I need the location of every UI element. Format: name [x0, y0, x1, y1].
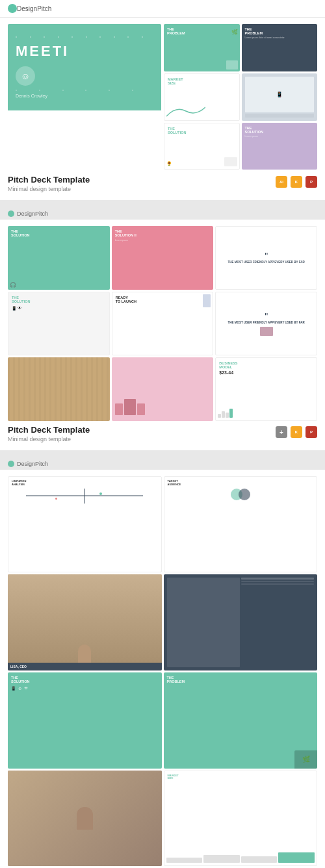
divider-icon — [8, 211, 14, 217]
s2-slide-1[interactable]: THESOLUTION 🎧 — [8, 226, 110, 290]
section2-title: Pitch Deck Template — [8, 425, 90, 435]
slide-thumb-problem-teal[interactable]: THEPROBLEM 🌿 — [164, 24, 240, 71]
s3-slide-5[interactable]: THESOLUTION 📱 ⚙ 👁 — [8, 672, 162, 769]
s3-slide-4[interactable] — [164, 574, 318, 670]
s2-format-k[interactable]: K — [291, 426, 302, 438]
section1-formats: Ai K P — [276, 176, 317, 188]
slide-thumb-solution-white[interactable]: THESOLUTION 🌻 — [164, 123, 240, 170]
divider-brand-3: DesignPitch — [17, 461, 48, 467]
divider-logo-2: DesignPitch — [0, 205, 325, 220]
s2-slide-5[interactable]: READYTO LAUNCH — [112, 292, 214, 355]
section-1: MEETI ☺ Dennis Crowley — [0, 18, 325, 200]
format-ai-badge[interactable]: Ai — [276, 176, 287, 188]
section3-grid: LIMITATIONANALYSIS TARGETAUDIENCE — [8, 476, 317, 868]
divider-icon-3 — [8, 461, 14, 467]
s2-slide-2[interactable]: THESOLUTION II Lorem ipsum — [112, 226, 214, 290]
s2-slide-3[interactable]: " THE MOST USER FRIENDLY APP EVERY USED … — [215, 226, 317, 290]
slide-thumb-solution-purple[interactable]: THESOLUTION Lorem ipsum — [242, 123, 318, 170]
top-bar: DesignPitch — [0, 0, 325, 18]
section1-preview: MEETI ☺ Dennis Crowley — [8, 24, 317, 170]
slide-thumb-problem-dark[interactable]: THEPROBLEM Lorem ipsum dolor sit amet co… — [242, 24, 318, 71]
section-2: THESOLUTION 🎧 THESOLUTION II Lorem ipsum… — [0, 220, 325, 450]
meeti-title: MEETI — [16, 43, 153, 60]
section1-subtitle: Minimal design template — [8, 186, 90, 192]
section2-subtitle: Minimal design template — [8, 436, 90, 442]
slide-thumb-market-size[interactable]: MARKETSIZE — [164, 73, 240, 121]
format-ppt-badge[interactable]: P — [306, 176, 317, 188]
logo-icon — [8, 4, 17, 13]
s2-slide-4[interactable]: THESOLUTION 📱 👁 — [8, 292, 110, 355]
section2-formats: + K P — [276, 426, 317, 438]
section-3: LIMITATIONANALYSIS TARGETAUDIENCE — [0, 470, 325, 868]
section2-label-row: Pitch Deck Template Minimal design templ… — [8, 425, 317, 442]
s2-format-plus[interactable]: + — [276, 426, 287, 438]
section1-label-row: Pitch Deck Template Minimal design templ… — [8, 175, 317, 192]
divider-brand: DesignPitch — [17, 211, 48, 217]
meeti-subtitle: Dennis Crowley — [16, 94, 153, 98]
section1-title: Pitch Deck Template — [8, 175, 90, 185]
s2-slide-6[interactable]: " THE MOST USER FRIENDLY APP EVERY USED … — [215, 292, 317, 355]
s2-slide-8[interactable] — [112, 357, 214, 421]
slide-thumb-market-img[interactable]: 📱 — [242, 73, 318, 121]
s3-slide-7[interactable] — [8, 771, 162, 867]
section1-small-slides: THEPROBLEM 🌿 THEPROBLEM Lorem ipsum dolo… — [164, 24, 317, 170]
s3-slide-1[interactable]: LIMITATIONANALYSIS — [8, 476, 162, 572]
s3-slide-8[interactable]: MARKETSIZE — [164, 771, 318, 867]
s2-slide-9[interactable]: BUSINESSMODEL $23-44 — [215, 357, 317, 421]
section2-grid: THESOLUTION 🎧 THESOLUTION II Lorem ipsum… — [8, 226, 317, 421]
format-keynote-badge[interactable]: K — [291, 176, 302, 188]
s3-slide-6[interactable]: THEPROBLEM 🌿 — [164, 672, 318, 769]
divider-logo-3: DesignPitch — [0, 455, 325, 470]
s3-slide-3[interactable]: LISA, CEO — [8, 574, 162, 670]
s3-slide-2[interactable]: TARGETAUDIENCE — [164, 476, 318, 572]
s2-slide-7[interactable] — [8, 357, 110, 421]
main-slide-thumb[interactable]: MEETI ☺ Dennis Crowley — [8, 24, 161, 120]
s2-format-ppt[interactable]: P — [306, 426, 317, 438]
meeti-icon: ☺ — [21, 71, 30, 81]
brand-name: DesignPitch — [17, 5, 51, 12]
